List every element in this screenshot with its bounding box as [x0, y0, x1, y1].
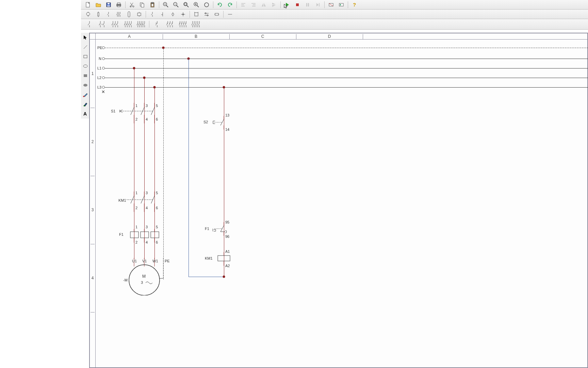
break-3-tool[interactable] [164, 20, 176, 28]
svg-line-86 [88, 23, 89, 25]
switch-s1[interactable] [116, 103, 167, 123]
copy-button[interactable] [137, 1, 147, 9]
lamp-tool[interactable] [83, 10, 93, 18]
contact-tool[interactable] [104, 10, 113, 18]
3pole-tool[interactable] [109, 20, 121, 28]
coil-group-tool[interactable] [114, 10, 124, 18]
rail-pe: PE [97, 46, 102, 50]
cross-node-tool[interactable] [178, 10, 188, 18]
svg-rect-12 [151, 4, 153, 6]
zoom-out-button[interactable] [171, 1, 181, 9]
svg-line-167 [192, 23, 193, 25]
svg-line-22 [187, 5, 189, 7]
zoom-fit-button[interactable] [181, 1, 191, 9]
svg-rect-236 [218, 256, 230, 261]
break-4-tool[interactable] [177, 20, 189, 28]
coil-alt-tool[interactable] [124, 10, 134, 18]
text-tool[interactable]: A [81, 110, 89, 118]
svg-rect-44 [98, 13, 99, 16]
zoom-window-button[interactable] [192, 1, 201, 9]
component-tool[interactable] [212, 10, 222, 18]
svg-rect-27 [241, 3, 245, 4]
motor-ref: -M [123, 278, 128, 282]
toggle-view-button[interactable] [337, 1, 346, 9]
print-button[interactable] [114, 1, 124, 9]
svg-line-51 [116, 14, 117, 15]
open-file-button[interactable] [94, 1, 103, 9]
rail-l2: L2 [97, 76, 101, 80]
cut-button[interactable] [127, 1, 137, 9]
draw-circle-tool[interactable] [81, 62, 89, 70]
svg-point-186 [83, 96, 84, 97]
svg-rect-39 [340, 4, 341, 5]
svg-text:3: 3 [141, 280, 143, 285]
draw-toolbar: A [81, 33, 89, 119]
svg-line-179 [198, 23, 199, 25]
help-button[interactable]: ? [350, 1, 359, 9]
schematic-canvas[interactable]: A B C D 1 2 3 4 PE N L1 L2 L3 [89, 31, 588, 368]
paint-tool[interactable] [81, 100, 89, 108]
zoom-in-button[interactable] [161, 1, 170, 9]
svg-line-54 [118, 14, 119, 15]
svg-rect-30 [251, 3, 256, 4]
stop-button[interactable] [293, 1, 302, 9]
break-1-tool[interactable] [151, 20, 163, 28]
svg-line-57 [119, 14, 120, 15]
4pole-tool[interactable] [122, 20, 134, 28]
svg-line-231 [220, 226, 224, 232]
pointer-tool[interactable] [81, 33, 89, 42]
coil-ref: KM1 [205, 256, 213, 260]
svg-line-151 [179, 23, 180, 25]
draw-line-tool[interactable] [81, 43, 89, 51]
pushbutton-s2[interactable] [208, 116, 235, 129]
svg-line-139 [166, 23, 168, 25]
relay-box-tool[interactable] [134, 10, 144, 18]
svg-point-223 [129, 265, 160, 295]
run-button[interactable] [282, 1, 292, 9]
arrow-tool[interactable] [158, 10, 167, 18]
svg-line-15 [166, 5, 168, 7]
adjust-tool[interactable] [202, 10, 211, 18]
s2-ref: S2 [203, 120, 208, 124]
svg-text:A: A [83, 111, 87, 117]
fill-rect-tool[interactable] [81, 72, 89, 80]
pause-button [303, 1, 312, 9]
svg-rect-13 [151, 2, 153, 3]
redo-button[interactable] [225, 1, 235, 9]
wire-tool[interactable] [148, 10, 157, 18]
overload-ref: F1 [119, 232, 124, 236]
5pole-tool[interactable] [135, 20, 147, 28]
paste-button[interactable] [148, 1, 157, 9]
svg-line-159 [183, 23, 184, 25]
circle-node-tool[interactable] [168, 10, 178, 18]
2pole-tool[interactable] [96, 20, 109, 28]
device-tool[interactable] [192, 10, 201, 18]
undo-button[interactable] [215, 1, 225, 9]
1pole-tool[interactable] [83, 20, 96, 28]
svg-rect-10 [141, 4, 144, 7]
socket-tool[interactable] [94, 10, 103, 18]
svg-line-181 [84, 45, 87, 49]
svg-rect-23 [184, 3, 186, 5]
svg-rect-35 [308, 3, 309, 6]
svg-line-143 [169, 23, 170, 25]
contactor-ref: KM1 [118, 198, 126, 202]
save-button[interactable] [104, 1, 113, 9]
motor[interactable]: M 3 [123, 258, 171, 295]
svg-line-170 [193, 23, 194, 25]
pan-button[interactable] [202, 1, 211, 9]
svg-rect-209 [130, 232, 138, 238]
svg-line-163 [185, 23, 186, 25]
svg-point-68 [172, 13, 174, 15]
toggle-sim-button[interactable] [326, 1, 336, 9]
break-5-tool[interactable] [190, 20, 202, 28]
svg-rect-2 [107, 5, 110, 6]
line-tool[interactable] [225, 10, 235, 18]
new-file-button[interactable] [83, 1, 93, 9]
svg-text:?: ? [353, 2, 356, 7]
color-picker-tool[interactable] [81, 91, 89, 99]
draw-rect-tool[interactable] [81, 52, 89, 61]
svg-rect-210 [141, 232, 149, 238]
svg-rect-34 [306, 3, 307, 6]
fill-ellipse-tool[interactable] [81, 81, 89, 89]
